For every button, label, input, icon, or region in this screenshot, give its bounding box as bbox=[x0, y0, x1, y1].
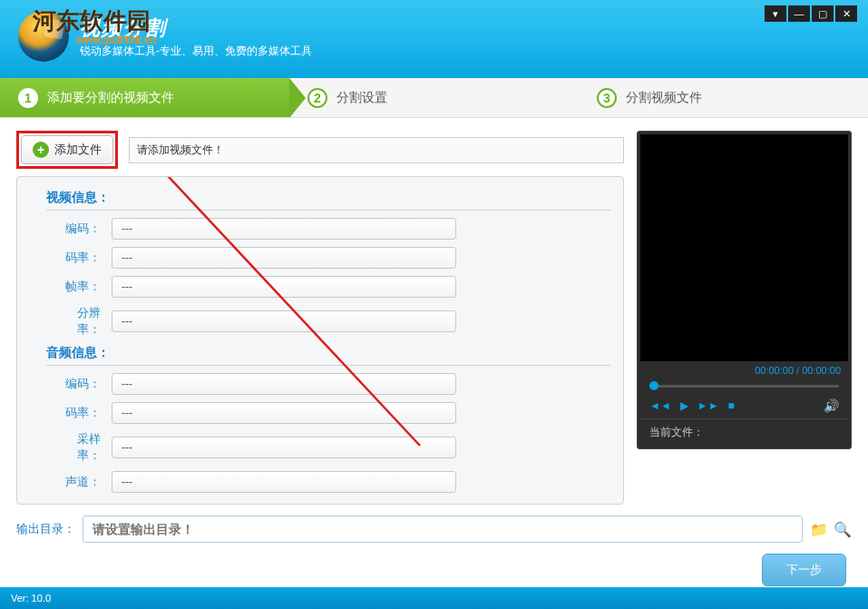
app-logo-icon bbox=[18, 11, 69, 62]
field-audio-channels: 声道：--- bbox=[57, 471, 610, 493]
stop-button[interactable]: ■ bbox=[728, 399, 735, 412]
play-button[interactable]: ▶ bbox=[680, 399, 688, 412]
window-controls: ▾ — ▢ ✕ bbox=[765, 5, 857, 22]
video-info-title: 视频信息： bbox=[46, 190, 610, 211]
next-step-button[interactable]: 下一步 bbox=[762, 554, 846, 586]
version-label: Ver: 10.0 bbox=[11, 593, 51, 604]
current-file-row: 当前文件： bbox=[640, 418, 848, 446]
next-button[interactable]: ►► bbox=[697, 399, 719, 412]
app-title: 视频分割 bbox=[80, 15, 312, 42]
step-1-label: 添加要分割的视频文件 bbox=[47, 90, 174, 106]
seek-thumb[interactable] bbox=[649, 381, 658, 390]
field-video-resolution: 分辨率：--- bbox=[57, 305, 610, 338]
field-audio-bitrate: 码率：--- bbox=[57, 402, 610, 424]
browse-folder-icon[interactable]: 📁 bbox=[810, 520, 828, 538]
maximize-button[interactable]: ▢ bbox=[812, 5, 834, 22]
footer: Ver: 10.0 bbox=[0, 587, 868, 609]
audio-info-title: 音频信息： bbox=[46, 345, 610, 366]
field-video-bitrate: 码率：--- bbox=[57, 247, 610, 269]
field-audio-samplerate: 采样率：--- bbox=[57, 431, 610, 464]
app-subtitle: 锐动多媒体工具-专业、易用、免费的多媒体工具 bbox=[80, 44, 312, 59]
app-header: 视频分割 锐动多媒体工具-专业、易用、免费的多媒体工具 bbox=[0, 0, 868, 78]
close-button[interactable]: ✕ bbox=[835, 5, 857, 22]
step-2-label: 分割设置 bbox=[336, 90, 387, 106]
step-3[interactable]: 3 分割视频文件 bbox=[579, 78, 868, 117]
output-dir-input[interactable] bbox=[83, 516, 803, 543]
step-2[interactable]: 2 分割设置 bbox=[289, 78, 579, 117]
field-audio-codec: 编码：--- bbox=[57, 373, 610, 395]
time-display: 00:00:00 / 00:00:00 bbox=[640, 361, 848, 379]
add-file-button[interactable]: + 添加文件 bbox=[21, 135, 113, 164]
step-1[interactable]: 1 添加要分割的视频文件 bbox=[0, 78, 289, 117]
output-label: 输出目录： bbox=[16, 521, 75, 537]
preview-screen bbox=[640, 134, 848, 361]
prev-button[interactable]: ◄◄ bbox=[649, 399, 671, 412]
plus-icon: + bbox=[33, 142, 49, 158]
settings-button[interactable]: ▾ bbox=[765, 5, 786, 22]
file-prompt: 请添加视频文件！ bbox=[129, 137, 624, 163]
minimize-button[interactable]: — bbox=[788, 5, 810, 22]
volume-icon[interactable]: 🔊 bbox=[824, 398, 839, 413]
video-preview: 00:00:00 / 00:00:00 ◄◄ ▶ ►► ■ 🔊 当前文件： bbox=[637, 131, 852, 449]
seek-bar[interactable] bbox=[640, 379, 848, 393]
step-3-label: 分割视频文件 bbox=[626, 90, 702, 106]
step-bar: 1 添加要分割的视频文件 2 分割设置 3 分割视频文件 bbox=[0, 78, 868, 118]
info-panel: 视频信息： 编码：--- 码率：--- 帧率：--- 分辨率：--- 音频信息：… bbox=[16, 176, 624, 505]
field-video-framerate: 帧率：--- bbox=[57, 276, 610, 298]
add-file-highlight: + 添加文件 bbox=[16, 131, 118, 169]
field-video-codec: 编码：--- bbox=[57, 218, 610, 240]
search-icon[interactable]: 🔍 bbox=[834, 520, 852, 538]
